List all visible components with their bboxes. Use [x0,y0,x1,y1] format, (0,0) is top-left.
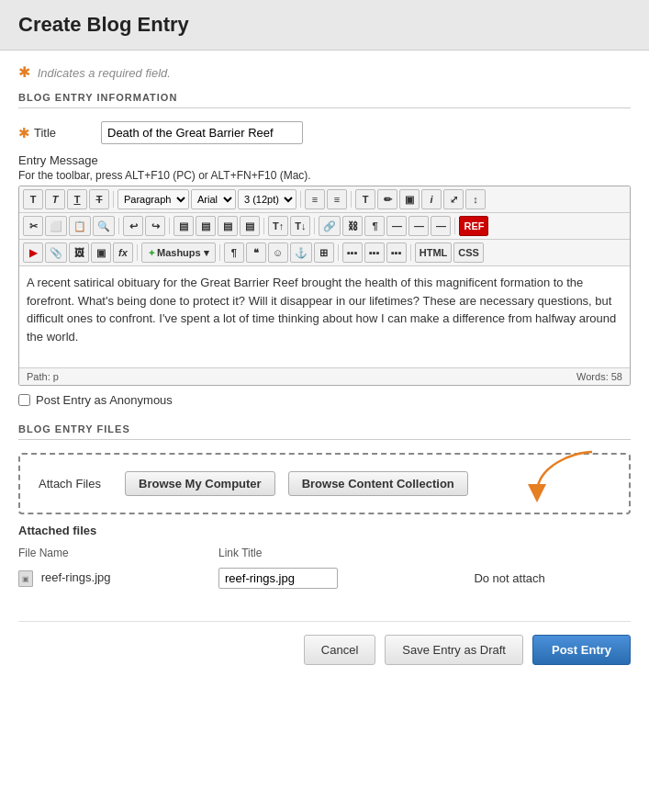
col-file-name: File Name [18,543,218,563]
toolbar-sep8 [454,218,455,234]
anonymous-row: Post Entry as Anonymous [18,393,631,407]
page-title: Create Blog Entry [18,13,631,37]
toolbar-formula-btn[interactable]: fx [113,242,133,263]
toolbar-hr3-btn[interactable]: — [431,216,451,236]
toolbar-align-right-btn[interactable]: ▤ [218,216,238,236]
required-star-icon: ✱ [18,64,30,80]
toolbar-underline-btn[interactable]: T [67,189,87,209]
toolbar-image-btn[interactable]: ▣ [399,189,420,209]
toolbar-special-btn[interactable]: REF [459,216,488,236]
toolbar-sep5 [169,218,170,234]
save-draft-button[interactable]: Save Entry as Draft [385,635,523,665]
toolbar-emoji-btn[interactable]: ☺ [268,242,288,263]
browse-collection-button[interactable]: Browse Content Collection [288,471,468,496]
editor-toolbar-row3: ▶ 📎 🖼 ▣ fx ✦ Mashups ▾ ¶ ❝ ☺ ⚓ ⊞ ▪▪▪ ▪▪▪… [19,240,630,266]
toolbar-paragraph-select[interactable]: Paragraph [117,189,189,209]
col-action [474,543,631,563]
toolbar-hr2-btn[interactable]: — [408,216,429,236]
toolbar-more2-btn[interactable]: ▪▪▪ [364,242,385,263]
toolbar-font-select[interactable]: Arial [191,189,236,209]
toolbar-youtube-btn[interactable]: ▶ [23,242,43,263]
title-input[interactable] [101,121,303,144]
toolbar-sep4 [118,218,119,234]
editor-toolbar-row2: ✂ ⬜ 📋 🔍 ↩ ↪ ▤ ▤ ▤ ▤ T↑ T↓ 🔗 ⛓ ¶ — [19,213,630,240]
toolbar-sep12 [410,244,411,261]
toolbar-expand-btn[interactable]: ⤢ [443,189,464,209]
editor-footer: Path: p Words: 58 [19,367,630,385]
toolbar-more-btn[interactable]: ▪▪▪ [342,242,363,263]
file-name: reef-rings.jpg [41,570,111,584]
toolbar-align-left-btn[interactable]: ▤ [173,216,194,236]
toolbar-sep10 [219,244,220,261]
blog-entry-files-section: BLOG ENTRY FILES Attach Files Browse My … [18,423,631,593]
toolbar-italic-btn[interactable]: T [45,189,65,209]
file-name-cell: ▣ reef-rings.jpg [18,563,218,593]
toolbar-unlink-btn[interactable]: ⛓ [342,216,363,236]
toolbar-strike-btn[interactable]: T [89,189,109,209]
toolbar-bold-btn[interactable]: T [23,189,43,209]
toolbar-html-btn[interactable]: HTML [415,242,453,263]
toolbar-ol-btn[interactable]: ≡ [327,189,347,209]
title-required-star: ✱ [18,125,30,141]
required-notice: ✱ Indicates a required field. [18,63,631,81]
toolbar-indent-btn[interactable]: T↑ [268,216,288,236]
col-link-title: Link Title [218,543,474,563]
toolbar-align-center-btn[interactable]: ▤ [196,216,216,236]
toolbar-paste-btn[interactable]: 📋 [69,216,91,236]
do-not-attach-cell: Do not attach [474,563,631,593]
browse-computer-button[interactable]: Browse My Computer [125,471,275,496]
toolbar-sep11 [338,244,339,261]
toolbar-copy-btn[interactable]: ⬜ [45,216,67,236]
toolbar-collapse-btn[interactable]: ↕ [465,189,486,209]
toolbar-mashups-btn[interactable]: ✦ Mashups ▾ [141,242,216,263]
toolbar-para-btn[interactable]: ¶ [364,216,385,236]
toolbar-redo-btn[interactable]: ↪ [145,216,165,236]
toolbar-font-color-btn[interactable]: T [355,189,375,209]
toolbar-css-btn[interactable]: CSS [453,242,484,263]
toolbar-outdent-btn[interactable]: T↓ [290,216,310,236]
toolbar-attach-btn[interactable]: 📎 [45,242,67,263]
toolbar-size-select[interactable]: 3 (12pt) [238,189,297,209]
toolbar-more3-btn[interactable]: ▪▪▪ [386,242,407,263]
toolbar-img2-btn[interactable]: 🖼 [69,242,89,263]
title-field-row: ✱ Title [18,121,631,144]
toolbar-sep6 [263,218,264,234]
toolbar-sep9 [137,244,138,261]
toolbar-cut-btn[interactable]: ✂ [23,216,43,236]
toolbar-media-btn[interactable]: ▣ [91,242,111,263]
toolbar-link-btn[interactable]: 🔗 [319,216,341,236]
page-header: Create Blog Entry [0,0,649,51]
toolbar-anchor-btn[interactable]: ⚓ [290,242,312,263]
toolbar-ul-btn[interactable]: ≡ [305,189,325,209]
toolbar-align-justify-btn[interactable]: ▤ [240,216,260,236]
toolbar-sep3 [351,191,352,208]
attached-files-header: Attached files [18,524,631,537]
rich-text-editor: T T T T Paragraph Arial 3 (12pt) ≡ ≡ T [18,186,631,386]
section-blog-entry-files: BLOG ENTRY FILES [18,423,631,440]
editor-toolbar-row1: T T T T Paragraph Arial 3 (12pt) ≡ ≡ T [19,186,630,213]
editor-body[interactable]: A recent satirical obituary for the Grea… [19,266,630,367]
section-blog-entry-info: BLOG ENTRY INFORMATION [18,92,631,108]
arrow-annotation [528,447,601,502]
toolbar-sep2 [300,191,301,208]
toolbar-table-btn[interactable]: ⊞ [314,242,334,263]
post-entry-button[interactable]: Post Entry [532,635,631,665]
editor-path: Path: p [27,371,59,382]
toolbar-pencil-btn[interactable]: ✏ [377,189,397,209]
files-table: File Name Link Title ▣ reef-rings.jpg Do… [18,543,631,593]
toolbar-hr1-btn[interactable]: — [386,216,407,236]
toolbar-hint: For the toolbar, press ALT+F10 (PC) or A… [18,169,631,182]
cancel-button[interactable]: Cancel [304,635,375,665]
toolbar-find-btn[interactable]: 🔍 [93,216,115,236]
anonymous-label[interactable]: Post Entry as Anonymous [36,393,173,407]
action-bar: Cancel Save Entry as Draft Post Entry [18,621,631,665]
toolbar-info-btn[interactable]: i [421,189,442,209]
toolbar-quote-btn[interactable]: ❝ [246,242,266,263]
file-icon: ▣ [18,570,33,587]
entry-message-label: Entry Message [18,153,631,167]
link-title-input[interactable] [218,568,338,589]
toolbar-pilcrow-btn[interactable]: ¶ [224,242,244,263]
file-drop-zone: Attach Files Browse My Computer Browse C… [18,453,631,514]
toolbar-undo-btn[interactable]: ↩ [123,216,143,236]
anonymous-checkbox[interactable] [18,394,30,406]
